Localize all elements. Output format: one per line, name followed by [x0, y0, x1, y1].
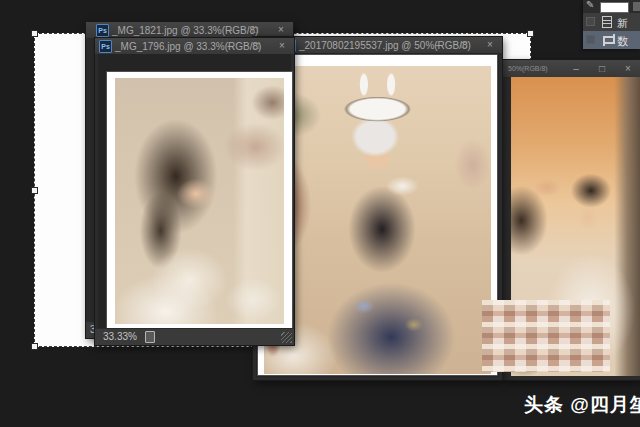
document-window-mg1796: Ps _MG_1796.jpg @ 33.3%(RGB/8) – □ × 33.… — [95, 38, 294, 345]
new-document-icon — [602, 16, 612, 28]
photo-bunny-cosplayer[interactable] — [264, 66, 491, 374]
clipped-glyph — [633, 2, 640, 11]
close-button[interactable]: × — [484, 39, 496, 51]
watermark-brand: 头条 — [524, 394, 564, 415]
zoom-level-field[interactable]: 33.33% — [95, 331, 137, 342]
history-panel-fragment: ✎ 新 数 — [583, 0, 640, 49]
minimize-button[interactable]: – — [432, 39, 444, 51]
minimize-button[interactable]: – — [223, 24, 235, 36]
crop-handle-top-right[interactable] — [527, 30, 534, 37]
crop-icon — [602, 34, 612, 46]
panel-toolbar-row: ✎ — [583, 0, 640, 13]
window-buttons: – □ × — [223, 24, 287, 36]
crop-handle-bottom-left[interactable] — [31, 343, 38, 350]
ps-file-icon: Ps — [99, 40, 112, 53]
history-source-checkbox[interactable] — [586, 35, 595, 44]
minimize-button[interactable]: – — [570, 63, 582, 75]
close-button[interactable]: × — [276, 40, 288, 52]
censored-mosaic-overlay — [482, 300, 610, 372]
maximize-button[interactable]: □ — [596, 63, 608, 75]
history-step-crop-selected[interactable]: 数 — [583, 31, 640, 49]
watermark: 头条 @四月笙 — [524, 392, 640, 418]
crop-handle-mid-left[interactable] — [31, 187, 38, 194]
photo-girl-portrait[interactable] — [115, 78, 284, 324]
window-title-fragment: 50%(RGB/8) — [508, 65, 548, 72]
watermark-handle: @四月笙 — [570, 394, 640, 415]
minimize-button[interactable]: – — [224, 40, 236, 52]
document-icon[interactable] — [145, 331, 155, 343]
image-canvas[interactable] — [107, 72, 292, 330]
brush-icon[interactable]: ✎ — [586, 0, 594, 10]
maximize-button[interactable]: □ — [249, 24, 261, 36]
ps-file-icon: Ps — [96, 24, 109, 37]
window-buttons: – □ × — [570, 63, 634, 75]
window-buttons: – □ × — [432, 39, 496, 51]
titlebar-mg1796[interactable]: Ps _MG_1796.jpg @ 33.3%(RGB/8) – □ × — [95, 38, 294, 55]
close-button[interactable]: × — [622, 63, 634, 75]
statusbar-mg1796: 33.33% — [95, 328, 294, 345]
history-step-label: 新 — [617, 16, 628, 31]
resize-grip[interactable] — [281, 332, 292, 343]
crop-handle-top-left[interactable] — [31, 30, 38, 37]
history-step-new[interactable]: 新 — [583, 13, 640, 31]
snapshot-thumbnail[interactable] — [600, 2, 629, 13]
maximize-button[interactable]: □ — [458, 39, 470, 51]
history-source-checkbox[interactable] — [586, 17, 595, 26]
photoshop-workspace: Ps _MG_1821.jpg @ 33.3%(RGB/8) – □ × 33.… — [0, 0, 640, 427]
history-step-label: 数 — [617, 34, 628, 49]
close-button[interactable]: × — [275, 24, 287, 36]
titlebar-right-window[interactable]: 50%(RGB/8) – □ × — [503, 60, 640, 78]
window-buttons: – □ × — [224, 40, 288, 52]
maximize-button[interactable]: □ — [250, 40, 262, 52]
document-content-area — [98, 54, 291, 330]
